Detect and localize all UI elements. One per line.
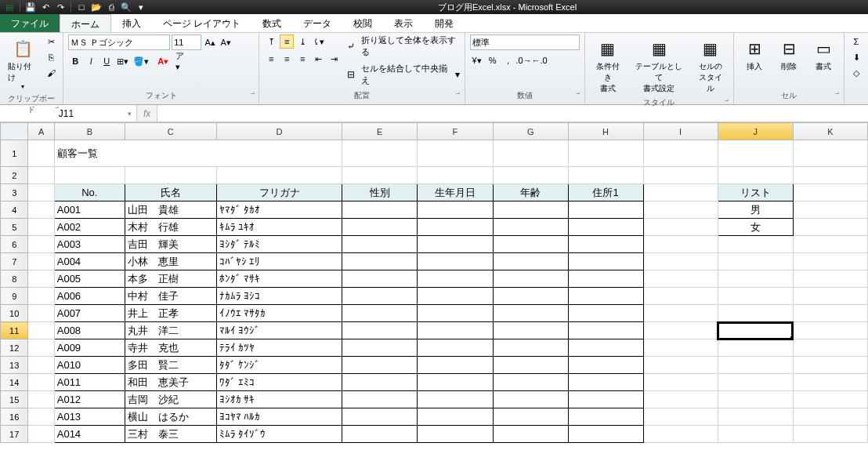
cell[interactable]: ﾐﾑﾗ ﾀｲｿﾞｳ <box>216 426 342 443</box>
paste-button[interactable]: 📋 貼り付け ▾ <box>5 34 41 92</box>
cell[interactable] <box>28 305 54 322</box>
cell[interactable] <box>568 201 643 219</box>
cell[interactable] <box>342 339 418 357</box>
row-header[interactable]: 7 <box>1 253 28 270</box>
cell[interactable] <box>643 322 718 339</box>
cell[interactable]: ﾀﾀﾞ ｹﾝｼﾞ <box>216 357 342 374</box>
cell[interactable] <box>568 305 643 322</box>
qat-more-icon[interactable]: ▾ <box>135 1 147 13</box>
cell[interactable] <box>28 391 54 408</box>
cell[interactable] <box>568 322 643 339</box>
italic-button[interactable]: I <box>84 54 98 68</box>
cell[interactable] <box>493 339 568 357</box>
cell[interactable] <box>793 391 867 408</box>
copy-icon[interactable]: ⎘ <box>44 50 58 64</box>
cell[interactable] <box>418 253 494 270</box>
cell[interactable]: ｷﾑﾗ ﾕｷｵ <box>216 219 342 236</box>
cell[interactable] <box>718 140 793 167</box>
cell[interactable]: 三村 泰三 <box>125 426 216 443</box>
tab-data[interactable]: データ <box>292 14 342 32</box>
cell[interactable] <box>568 288 643 305</box>
cell[interactable] <box>493 408 568 426</box>
cell[interactable] <box>418 305 494 322</box>
underline-button[interactable]: U <box>99 54 114 68</box>
conditional-format-button[interactable]: ▦ 条件付き 書式 <box>590 34 627 96</box>
row-header[interactable]: 10 <box>1 305 28 322</box>
cell[interactable]: 本多 正樹 <box>125 270 216 288</box>
cell[interactable]: ﾃﾗｲ ｶﾂﾔ <box>216 339 342 357</box>
decrease-decimal-icon[interactable]: ←.0 <box>533 53 547 67</box>
cell[interactable] <box>342 408 418 426</box>
cell[interactable]: A014 <box>54 426 125 443</box>
cell[interactable] <box>568 140 643 167</box>
bold-button[interactable]: B <box>68 54 82 68</box>
row-header[interactable]: 15 <box>1 391 28 408</box>
cell[interactable] <box>342 374 418 391</box>
cell[interactable] <box>568 339 643 357</box>
cell[interactable] <box>418 339 494 357</box>
cell[interactable]: 木村 行雄 <box>125 219 216 236</box>
cell[interactable]: A011 <box>54 374 125 391</box>
cell[interactable] <box>342 236 418 253</box>
cell[interactable]: A001 <box>54 201 125 219</box>
cell[interactable] <box>28 288 54 305</box>
cell[interactable] <box>342 253 418 270</box>
cell[interactable]: ﾏﾙｲ ﾖｳｼﾞ <box>216 322 342 339</box>
col-header[interactable]: D <box>216 123 342 140</box>
row-header[interactable]: 13 <box>1 357 28 374</box>
cell[interactable] <box>493 288 568 305</box>
cell[interactable]: 氏名 <box>125 184 216 201</box>
cell[interactable] <box>216 167 342 184</box>
cell[interactable] <box>342 219 418 236</box>
save-icon[interactable]: 💾 <box>24 1 37 13</box>
col-header[interactable]: G <box>493 123 568 140</box>
col-header[interactable]: E <box>342 123 418 140</box>
align-center-icon[interactable]: ≡ <box>280 52 294 66</box>
cell[interactable] <box>28 357 54 374</box>
cell[interactable]: 住所1 <box>568 184 643 201</box>
cell[interactable]: ﾖｺﾔﾏ ﾊﾙｶ <box>216 408 342 426</box>
cell[interactable]: A013 <box>54 408 125 426</box>
cell[interactable] <box>793 288 867 305</box>
cell[interactable] <box>568 270 643 288</box>
quickprint-icon[interactable]: ⎙ <box>105 1 118 13</box>
cell[interactable] <box>793 357 867 374</box>
percent-icon[interactable]: % <box>486 53 500 67</box>
cell[interactable]: ﾅｶﾑﾗ ﾖｼｺ <box>216 288 342 305</box>
cell[interactable]: 多田 賢二 <box>125 357 216 374</box>
tab-home[interactable]: ホーム <box>60 14 111 32</box>
clear-icon[interactable]: ◇ <box>849 66 863 80</box>
cell[interactable] <box>718 270 793 288</box>
cell[interactable]: 丸井 洋二 <box>125 322 216 339</box>
cell[interactable] <box>643 288 718 305</box>
cell[interactable] <box>793 219 867 236</box>
cell[interactable] <box>493 391 568 408</box>
cell[interactable] <box>342 391 418 408</box>
number-format-combo[interactable] <box>470 34 580 50</box>
cell[interactable]: No. <box>54 184 125 201</box>
cell[interactable] <box>568 374 643 391</box>
cell[interactable] <box>643 253 718 270</box>
row-header[interactable]: 14 <box>1 374 28 391</box>
cell[interactable]: A004 <box>54 253 125 270</box>
align-bottom-icon[interactable]: ⤓ <box>295 34 309 49</box>
cell[interactable] <box>718 408 793 426</box>
cell[interactable] <box>418 426 494 443</box>
cell[interactable]: ﾖｼｵｶ ｻｷ <box>216 391 342 408</box>
cell[interactable]: A012 <box>54 391 125 408</box>
cell[interactable] <box>418 236 494 253</box>
row-header[interactable]: 4 <box>1 201 28 219</box>
cell[interactable]: ｲﾉｳｴ ﾏｻﾀｶ <box>216 305 342 322</box>
cell[interactable] <box>28 322 54 339</box>
tab-formula[interactable]: 数式 <box>251 14 292 32</box>
cell[interactable] <box>643 236 718 253</box>
cell[interactable]: A005 <box>54 270 125 288</box>
cell[interactable]: 寺井 克也 <box>125 339 216 357</box>
cell[interactable] <box>418 391 494 408</box>
cell[interactable] <box>643 305 718 322</box>
spreadsheet-grid[interactable]: A B C D E F G H I J K 1顧客一覧23No.氏名フリガナ性別… <box>0 122 868 443</box>
row-header[interactable]: 12 <box>1 339 28 357</box>
cell[interactable] <box>643 184 718 201</box>
row-header[interactable]: 5 <box>1 219 28 236</box>
cell[interactable] <box>718 339 793 357</box>
